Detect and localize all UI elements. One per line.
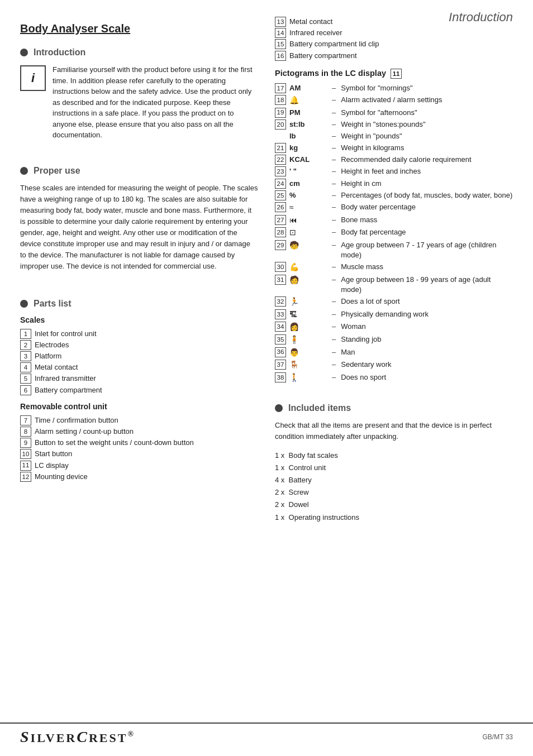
list-item: 9Button to set the weight units / count-…: [20, 438, 258, 448]
item-num: 4: [20, 362, 31, 372]
item-num: 9: [20, 438, 31, 448]
pic-num: 31: [275, 275, 286, 285]
proper-use-body: These scales are intended for measuring …: [20, 183, 258, 272]
pic-item: 38🚶–Does no sport: [275, 372, 513, 384]
pic-num: 28: [275, 227, 286, 237]
pic-item: 35🧍–Standing job: [275, 334, 513, 346]
pic-item: 20st:lb–Weight in "stones:pounds": [275, 119, 513, 130]
list-item: 16Battery compartment: [275, 51, 513, 61]
pic-num: 33: [275, 309, 286, 319]
pic-item: 18🔔–Alarm activated / alarm settings: [275, 95, 513, 106]
pic-num: 36: [275, 347, 286, 357]
list-item: 10Start button: [20, 449, 258, 459]
pic-num: 20: [275, 119, 286, 130]
pic-item: 23' "–Height in feet and inches: [275, 166, 513, 176]
list-item: 8Alarm setting / count-up button: [20, 427, 258, 437]
list-item: 1Inlet for control unit: [20, 329, 258, 339]
pic-item: 25%–Percentages (of body fat, muscles, b…: [275, 190, 513, 200]
item-num: 16: [275, 51, 286, 61]
pic-num: 38: [275, 372, 286, 382]
pic-num: 17: [275, 83, 286, 93]
page-footer: SILVERCREST® GB/MT 33: [0, 722, 533, 746]
pic-item: 19PM–Symbol for "afternoons": [275, 108, 513, 118]
control-subheading: Removable control unit: [20, 402, 258, 411]
item-num: 2: [20, 340, 31, 350]
pictogram-heading: Pictograms in the LC display 11: [275, 69, 513, 79]
list-item: 4 x Battery: [275, 475, 513, 485]
list-item: 11LC display: [20, 461, 258, 471]
list-item: 2 x Dowel: [275, 500, 513, 510]
pic-item: 34👩–Woman: [275, 322, 513, 333]
list-item: 14Infrared receiver: [275, 28, 513, 38]
pic-item: 37🪑–Sedentary work: [275, 360, 513, 371]
control-list: 7Time / confirmation button 8Alarm setti…: [20, 415, 258, 482]
pic-num: 27: [275, 215, 286, 225]
bullet-icon-2: [20, 167, 28, 175]
pic-item: 31🧑–Age group between 18 - 99 years of a…: [275, 275, 513, 295]
item-num: 5: [20, 374, 31, 384]
item-num: 1: [20, 329, 31, 339]
item-num: 12: [20, 472, 31, 482]
list-item: 1 x Body fat scales: [275, 451, 513, 461]
pictogram-list: 17AM–Symbol for "mornings" 18🔔–Alarm act…: [275, 83, 513, 384]
list-item: 5Infrared transmitter: [20, 374, 258, 384]
pic-item: 36👨–Man: [275, 347, 513, 358]
item-num: 14: [275, 28, 286, 38]
right-column: 13Metal contact 14Infrared receiver 15Ba…: [275, 17, 513, 525]
pic-item: 22KCAL–Recommended daily calorie require…: [275, 155, 513, 165]
item-num: 7: [20, 415, 31, 425]
pic-item: lb–Weight in "pounds": [275, 131, 513, 141]
pictogram-ref-num: 11: [391, 69, 402, 79]
pic-item: 29🧒–Age group between 7 - 17 years of ag…: [275, 240, 513, 260]
item-num: 3: [20, 351, 31, 361]
item-num: 11: [20, 461, 31, 471]
list-item: 1 x Operating instructions: [275, 513, 513, 523]
item-num: 6: [20, 385, 31, 395]
bullet-icon-4: [275, 404, 283, 412]
pic-num: 37: [275, 360, 286, 370]
included-label: Included items: [288, 403, 351, 413]
pic-num: 35: [275, 334, 286, 344]
page-number: GB/MT 33: [483, 733, 513, 741]
pic-num: 19: [275, 108, 286, 118]
proper-use-label: Proper use: [34, 166, 80, 176]
pic-num: 24: [275, 179, 286, 189]
pic-item: 17AM–Symbol for "mornings": [275, 83, 513, 93]
list-item: 3Platform: [20, 351, 258, 361]
list-item: 6Battery compartment: [20, 385, 258, 395]
introduction-info-text: Familiarise yourself with the product be…: [53, 64, 258, 141]
info-icon: i: [20, 65, 46, 91]
list-item: 2Electrodes: [20, 340, 258, 350]
item-num: 15: [275, 39, 286, 49]
scales-subheading: Scales: [20, 315, 258, 324]
proper-use-heading: Proper use: [20, 166, 258, 176]
bullet-icon: [20, 49, 28, 56]
pic-num: 18: [275, 95, 286, 105]
pic-num: 25: [275, 190, 286, 200]
bullet-icon-3: [20, 300, 28, 308]
introduction-label: Introduction: [34, 47, 85, 58]
pic-num: 29: [275, 240, 286, 250]
item-num: 10: [20, 449, 31, 459]
pic-num: 30: [275, 262, 286, 272]
brand-logo: SILVERCREST®: [20, 728, 135, 746]
included-heading: Included items: [275, 403, 513, 413]
pic-item: 21kg–Weight in kilograms: [275, 143, 513, 153]
pic-num: 32: [275, 296, 286, 307]
introduction-info-box: i Familiarise yourself with the product …: [20, 64, 258, 141]
pic-item: 24cm–Height in cm: [275, 179, 513, 189]
main-title: Body Analyser Scale: [20, 22, 258, 35]
pic-num: 21: [275, 143, 286, 153]
list-item: 12Mounting device: [20, 472, 258, 482]
list-item: 2 x Screw: [275, 487, 513, 497]
pic-num: 34: [275, 322, 286, 332]
pic-num: 23: [275, 166, 286, 176]
pic-item: 27⏮–Bone mass: [275, 215, 513, 226]
pic-num: 26: [275, 202, 286, 212]
pic-item: 33🏗–Physically demanding work: [275, 309, 513, 320]
page-header-title: Introduction: [449, 10, 513, 25]
item-num: 8: [20, 427, 31, 437]
included-body: Check that all the items are present and…: [275, 420, 513, 442]
scales-list: 1Inlet for control unit 2Electrodes 3Pla…: [20, 329, 258, 395]
parts-list-label: Parts list: [34, 299, 72, 309]
